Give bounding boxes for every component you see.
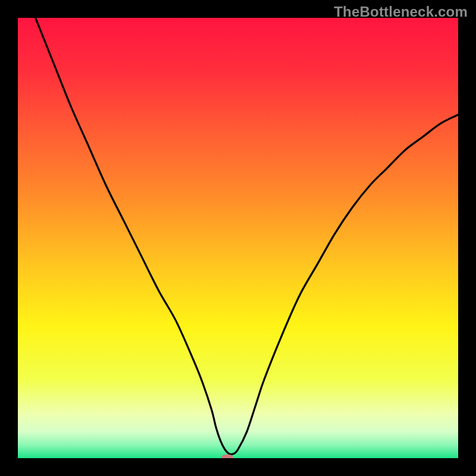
bottleneck-curve (18, 18, 458, 458)
chart-frame: TheBottleneck.com (0, 0, 476, 476)
plot-area (18, 18, 458, 458)
optimal-marker (221, 455, 233, 458)
